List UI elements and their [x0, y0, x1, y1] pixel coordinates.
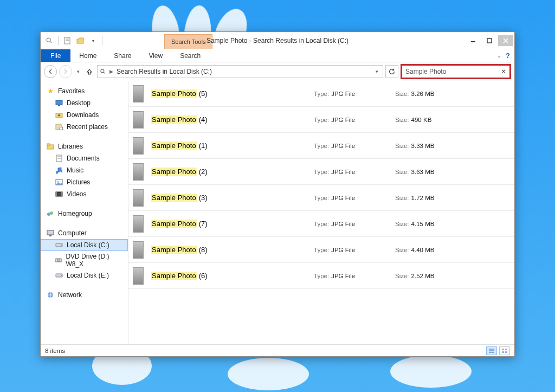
tab-search[interactable]: Search [171, 49, 209, 62]
file-tab[interactable]: File [41, 49, 70, 62]
computer-header[interactable]: Computer [41, 227, 128, 239]
explorer-window: ▾ Search Tools Sample Photo - Search Res… [40, 31, 515, 357]
sidebar-item-documents[interactable]: Documents [41, 152, 128, 164]
details-view-button[interactable] [486, 346, 497, 355]
type-label: Type: [314, 195, 329, 201]
desktop-icon [55, 99, 63, 107]
homegroup-label: Homegroup [58, 210, 92, 217]
favorites-header[interactable]: ★ Favorites [41, 85, 128, 97]
sidebar-item-desktop[interactable]: Desktop [41, 97, 128, 109]
result-row[interactable]: Sample Photo (3)Type:JPG FileSize:1.72 M… [128, 185, 514, 211]
size-label: Size: [395, 169, 409, 175]
sidebar-item-downloads[interactable]: Downloads [41, 109, 128, 121]
sidebar-item-label: Videos [67, 190, 86, 198]
thumbnail [133, 267, 144, 285]
file-name-cell: Sample Photo (2) [151, 168, 314, 176]
search-icon[interactable] [44, 35, 55, 46]
downloads-icon [55, 111, 63, 119]
size-label: Size: [395, 221, 409, 227]
thumbnail [133, 189, 144, 207]
chevron-right-icon[interactable]: ▶ [109, 69, 113, 74]
ribbon-minimize-icon[interactable]: ⌄ [497, 53, 501, 59]
file-name-suffix: (3) [199, 194, 208, 202]
sidebar-item-videos[interactable]: Videos [41, 188, 128, 200]
libraries-header[interactable]: Libraries [41, 140, 128, 152]
clear-search-icon[interactable]: ✕ [501, 68, 506, 75]
network-header[interactable]: Network [41, 289, 128, 301]
sidebar-item-local-disk-c-[interactable]: Local Disk (C:) [41, 239, 128, 251]
status-bar: 8 items [41, 344, 514, 356]
window-title: Sample Photo - Search Results in Local D… [41, 37, 514, 44]
qat-dropdown-icon[interactable]: ▾ [88, 35, 99, 46]
file-name-cell: Sample Photo (4) [151, 115, 314, 124]
close-button[interactable] [498, 35, 513, 46]
separator [102, 36, 102, 45]
sidebar-item-local-disk-e-[interactable]: Local Disk (E:) [41, 269, 128, 281]
tab-view[interactable]: View [140, 49, 171, 62]
svg-rect-35 [61, 275, 62, 276]
sidebar-item-label: Documents [67, 155, 100, 162]
sidebar-item-recent-places[interactable]: Recent places [41, 121, 128, 133]
file-name-suffix: (4) [199, 115, 208, 124]
navigation-bar: ▾ ▶ Search Results in Local Disk (C:) ▾ … [41, 62, 514, 81]
result-row[interactable]: Sample Photo (7)Type:JPG FileSize:4.15 M… [128, 211, 514, 237]
address-bar[interactable]: ▶ Search Results in Local Disk (C:) ▾ [97, 65, 383, 78]
history-dropdown-icon[interactable]: ▾ [74, 69, 82, 74]
homegroup-header[interactable]: Homegroup [41, 208, 128, 220]
search-input[interactable] [405, 68, 498, 75]
maximize-button[interactable] [482, 35, 497, 46]
result-row[interactable]: Sample Photo (8)Type:JPG FileSize:4.40 M… [128, 237, 514, 263]
help-icon[interactable]: ? [506, 52, 510, 60]
sidebar-item-music[interactable]: Music [41, 164, 128, 176]
svg-point-9 [101, 69, 104, 73]
result-row[interactable]: Sample Photo (5)Type:JPG FileSize:3.26 M… [128, 81, 514, 107]
network-group: Network [41, 289, 128, 301]
svg-rect-43 [505, 351, 507, 353]
file-name-suffix: (1) [199, 142, 208, 150]
svg-line-1 [50, 41, 51, 43]
navigation-pane: ★ Favorites DesktopDownloadsRecent place… [41, 81, 128, 344]
network-label: Network [58, 291, 82, 299]
file-name-suffix: (5) [199, 89, 208, 98]
search-box[interactable]: ✕ [401, 64, 511, 79]
libraries-group: Libraries DocumentsMusicPicturesVideos [41, 140, 128, 200]
highlighted-match: Sample Photo [151, 194, 197, 202]
back-button[interactable] [44, 65, 57, 78]
result-row[interactable]: Sample Photo (2)Type:JPG FileSize:3.63 M… [128, 159, 514, 185]
result-row[interactable]: Sample Photo (4)Type:JPG FileSize:490 KB [128, 107, 514, 133]
result-row[interactable]: Sample Photo (6)Type:JPG FileSize:2.52 M… [128, 263, 514, 289]
svg-rect-24 [56, 192, 57, 196]
breadcrumb[interactable]: Search Results in Local Disk (C:) [117, 68, 212, 75]
new-folder-icon[interactable] [75, 35, 86, 46]
minimize-button[interactable] [466, 35, 481, 46]
favorites-group: ★ Favorites DesktopDownloadsRecent place… [41, 85, 128, 133]
up-button[interactable] [84, 66, 95, 77]
refresh-button[interactable] [385, 65, 398, 78]
pictures-icon [55, 178, 63, 187]
size-cell: Size:4.40 MB [395, 247, 482, 253]
address-dropdown-icon[interactable]: ▾ [373, 69, 380, 74]
type-cell: Type:JPG File [314, 117, 395, 123]
star-icon: ★ [46, 87, 55, 95]
file-name-suffix: (2) [199, 168, 208, 176]
window-controls [466, 35, 514, 46]
separator [58, 36, 59, 45]
properties-icon[interactable] [62, 35, 73, 46]
file-tab-label: File [50, 52, 61, 60]
tab-home[interactable]: Home [70, 49, 105, 62]
result-row[interactable]: Sample Photo (1)Type:JPG FileSize:3.33 M… [128, 133, 514, 159]
type-label: Type: [314, 221, 329, 227]
type-label: Type: [314, 143, 329, 149]
file-name-cell: Sample Photo (5) [151, 89, 314, 98]
sidebar-item-dvd-drive-d-w8-x[interactable]: DVD Drive (D:) W8_X [41, 251, 128, 269]
thumbnails-view-button[interactable] [499, 346, 510, 355]
type-value: JPG File [331, 195, 355, 201]
search-tools-contextual-tab[interactable]: Search Tools [164, 34, 212, 49]
sidebar-item-pictures[interactable]: Pictures [41, 176, 128, 188]
sidebar-item-label: Music [67, 166, 83, 174]
svg-point-33 [57, 259, 60, 262]
disk-icon [55, 271, 63, 280]
svg-rect-25 [61, 192, 62, 196]
tab-share[interactable]: Share [105, 49, 140, 62]
forward-button[interactable] [59, 65, 72, 78]
